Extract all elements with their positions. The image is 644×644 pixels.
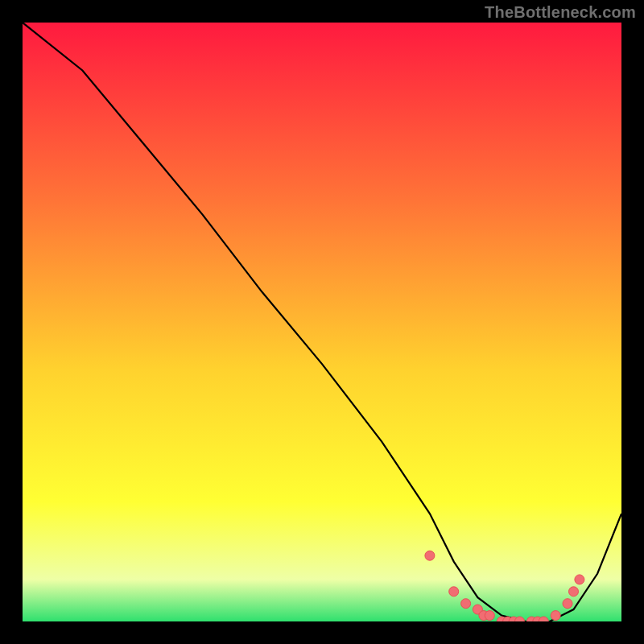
curve-marker xyxy=(461,599,471,609)
curve-marker xyxy=(485,611,494,621)
curve-marker xyxy=(569,587,579,597)
plot-area xyxy=(23,23,621,621)
curve-marker xyxy=(575,575,584,584)
curve-marker xyxy=(563,599,572,609)
curve-marker xyxy=(449,587,459,597)
curve-marker xyxy=(551,611,560,621)
plot-svg xyxy=(23,23,621,621)
curve-marker xyxy=(425,551,435,560)
gradient-backdrop xyxy=(23,23,621,621)
chart-stage: TheBottleneck.com xyxy=(0,0,644,644)
watermark-label: TheBottleneck.com xyxy=(485,3,636,22)
